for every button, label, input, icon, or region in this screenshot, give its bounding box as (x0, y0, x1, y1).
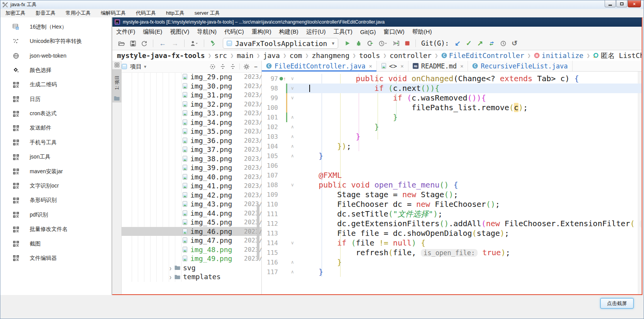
debug-button[interactable] (356, 41, 362, 46)
ide-menu-item[interactable]: 代码(C) (220, 28, 248, 36)
ide-menu-item[interactable]: 运行(U) (302, 28, 330, 36)
ide-menu-item[interactable]: 视图(V) (166, 28, 193, 36)
code-line[interactable]: 116∧ } (262, 258, 642, 267)
editor-tab[interactable]: <>× (377, 61, 408, 71)
sidebar-item[interactable]: 发送邮件 (0, 121, 111, 135)
sidebar-item[interactable]: 文件编辑器 (0, 251, 111, 265)
code-line[interactable]: 103∧ } (262, 132, 642, 142)
code-text[interactable]: filePaths_list.remove(c); (297, 103, 642, 113)
tree-folder-row[interactable]: ›svg (122, 263, 261, 273)
breadcrumb-item[interactable]: minitialize (534, 51, 583, 60)
code-line[interactable]: 114∨ if (file != null) { (262, 238, 642, 248)
profiler-button[interactable] (379, 41, 387, 46)
sidebar-item[interactable]: json-web-token (0, 49, 111, 63)
git-history-button[interactable] (500, 41, 506, 46)
code-line[interactable]: 112 dc.getExtensionFilters().addAll(new … (262, 219, 642, 229)
breadcrumb-item[interactable]: 匿名 ListCha (593, 51, 642, 60)
code-line[interactable]: 102∧ } (262, 122, 642, 132)
save-button[interactable] (130, 41, 136, 46)
tree-file-row[interactable]: img_40.png2023/ (122, 172, 261, 182)
code-line[interactable]: 99∨ if (c.wasRemoved()){ (262, 93, 642, 103)
fold-marker[interactable]: ∧ (288, 142, 297, 151)
breadcrumb-item[interactable]: controller (390, 51, 431, 60)
fold-marker[interactable]: ∧ (288, 132, 297, 142)
tree-file-row[interactable]: img_45.png2023/ (122, 218, 261, 227)
code-text[interactable]: }); (297, 142, 642, 151)
app-menu-item[interactable]: 影音工具 (31, 9, 61, 17)
ide-menu-item[interactable]: 重构(R) (248, 28, 275, 36)
app-menu-item[interactable]: 常用小工具 (61, 9, 96, 17)
code-text[interactable]: @FXML (297, 171, 642, 180)
code-line[interactable]: 100 filePaths_list.remove(c); (262, 103, 642, 113)
ide-menu-item[interactable]: 构建(B) (275, 28, 302, 36)
build-button[interactable] (210, 41, 216, 46)
app-menu-item[interactable]: server 工具 (190, 9, 225, 17)
app-menu-item[interactable]: http工具 (161, 9, 190, 17)
tree-file-row[interactable]: img_35.png2023/ (122, 127, 261, 136)
tree-file-row[interactable]: img_30.png2023/ (122, 82, 261, 91)
breadcrumb-item[interactable]: zhangmeng (312, 51, 349, 60)
breadcrumb-item[interactable]: src (215, 51, 227, 60)
ide-menu-item[interactable]: 帮助(H) (408, 28, 436, 36)
breadcrumb-item[interactable]: java (263, 51, 280, 60)
sync-button[interactable] (141, 41, 147, 46)
fold-marker[interactable]: ∧ (288, 151, 297, 161)
tree-file-row[interactable]: img_47.png2023/ (122, 236, 261, 245)
sidebar-item[interactable]: 手机号工具 (0, 135, 111, 150)
tree-file-row[interactable]: img_49.png2023/ (122, 254, 261, 263)
expand-all-button[interactable] (220, 64, 225, 69)
stop-button[interactable] (405, 41, 410, 46)
code-line[interactable]: 98∨ if (c.next()){ (262, 84, 642, 93)
fold-marker[interactable]: ∨ (288, 84, 297, 93)
ide-menu-item[interactable]: 导航(N) (193, 28, 220, 36)
code-line[interactable]: 109 Stage stage = new Stage(); (262, 190, 642, 200)
collapse-all-button[interactable] (230, 64, 236, 69)
breadcrumb-item[interactable]: CFileEditController (441, 51, 524, 60)
editor-tab[interactable]: CRecursiveFileList.java (468, 61, 572, 71)
code-line[interactable]: 117∧ } (262, 267, 642, 277)
override-marker-icon[interactable] (280, 77, 283, 80)
sidebar-item[interactable]: 颜色选择 (0, 63, 111, 77)
fold-marker[interactable]: ∨ (288, 180, 297, 190)
tree-file-row[interactable]: img_39.png2023/ (122, 163, 261, 172)
editor-tab[interactable]: MDREADME.md× (408, 61, 468, 71)
code-text[interactable]: FileChooser dc = new FileChooser(); (297, 200, 642, 209)
sidebar-item[interactable]: maven安装jar (0, 164, 111, 179)
code-text[interactable]: if (c.next()){ (297, 84, 642, 93)
breadcrumb-item[interactable]: mystyle-java-fx-tools (117, 51, 205, 60)
code-text[interactable]: } (297, 132, 642, 142)
code-text[interactable]: refresh(file, is_open_file: true); (297, 248, 642, 258)
ide-menu-item[interactable]: 编辑(E) (139, 28, 166, 36)
maximize-button[interactable] (616, 0, 627, 7)
tree-file-row[interactable]: img_46.png2023/ (122, 227, 261, 236)
code-line[interactable]: 110 FileChooser dc = new FileChooser(); (262, 200, 642, 209)
tree-file-row[interactable]: img_36.png2023/ (122, 136, 261, 145)
minimize-button[interactable] (605, 0, 616, 7)
code-line[interactable]: 115 refresh(file, is_open_file: true); (262, 248, 642, 258)
fold-marker[interactable]: ∨ (288, 93, 297, 103)
git-push-button[interactable]: ↗ (477, 40, 483, 47)
code-text[interactable]: Stage stage = new Stage(); (297, 190, 642, 200)
code-line[interactable]: 113 File file = dc.showOpenDialog(stage)… (262, 229, 642, 238)
tree-file-row[interactable]: img_32.png2023/ (122, 100, 261, 109)
close-tab-icon[interactable]: × (369, 63, 372, 69)
code-line[interactable]: 111 dc.setTitle("文件选择"); (262, 209, 642, 219)
tree-file-row[interactable]: img_33.png2023/ (122, 109, 261, 118)
open-folder-button[interactable] (118, 41, 125, 46)
code-text[interactable]: public void onChanged(Change<? extends T… (297, 74, 642, 84)
ide-menu-item[interactable]: 文件(F) (112, 28, 139, 36)
tree-file-row[interactable]: img_38.png2023/ (122, 154, 261, 164)
code-text[interactable]: if (c.wasRemoved()){ (297, 93, 642, 103)
tree-file-row[interactable]: img_41.png2023/ (122, 181, 261, 191)
screenshot-button[interactable]: 点击截屏 (600, 298, 634, 309)
git-rollback-button[interactable]: ↺ (512, 40, 517, 47)
editor-tab[interactable]: CFileEditController.java× (262, 61, 377, 71)
sidebar-item[interactable]: 条形码识别 (0, 193, 111, 208)
tree-file-row[interactable]: img_42.png2023/ (122, 191, 261, 200)
coverage-button[interactable] (367, 41, 373, 46)
sidebar-item[interactable]: json工具 (0, 150, 111, 164)
code-text[interactable] (297, 161, 642, 171)
git-update-button[interactable]: ↙ (455, 40, 461, 47)
fold-marker[interactable]: ∨ (288, 74, 297, 84)
close-tab-icon[interactable]: × (400, 63, 403, 69)
